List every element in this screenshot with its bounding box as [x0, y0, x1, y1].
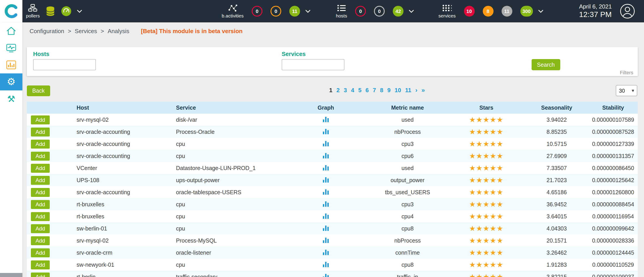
table-row: Addsrv-oracle-accountingcpu cpu3★★★★★10.…	[27, 138, 638, 150]
status-badge[interactable]: 0	[270, 6, 281, 16]
filters-caption: Filters	[620, 70, 633, 75]
metric-name-cell: nbProcess	[367, 126, 448, 138]
status-badge[interactable]: 10	[464, 6, 474, 16]
status-badge[interactable]: 0	[355, 6, 366, 16]
status-badge[interactable]: 0	[252, 6, 262, 16]
pagination-page[interactable]: 3	[344, 87, 347, 93]
pagination-page[interactable]: 9	[388, 87, 390, 93]
status-badge[interactable]: 11	[501, 6, 512, 16]
status-badge[interactable]: 8	[482, 6, 493, 16]
bar-chart-icon[interactable]	[322, 152, 329, 158]
hosts-item[interactable]: hosts	[336, 4, 347, 18]
status-badge[interactable]: 42	[393, 6, 404, 16]
chevron-down-icon[interactable]	[77, 10, 82, 13]
pagination-page[interactable]: 7	[373, 87, 376, 93]
add-button[interactable]: Add	[31, 127, 50, 136]
pagination-next-icon[interactable]: ›	[416, 86, 418, 93]
pagination-page[interactable]: 2	[336, 87, 340, 93]
pollers-item[interactable]: pollers	[26, 4, 40, 18]
add-button[interactable]: Add	[31, 151, 50, 160]
add-button[interactable]: Add	[31, 236, 50, 245]
add-button[interactable]: Add	[31, 272, 50, 277]
add-button[interactable]: Add	[31, 115, 50, 124]
services-filter-label: Services	[282, 50, 306, 57]
table-row: Addrt-bruxellescpu cpu4★★★★★3.640150.000…	[27, 210, 638, 222]
stability-cell: 0.000000099642	[588, 222, 638, 235]
table-body: Addsrv-mysql-02disk-/var used★★★★★3.9402…	[27, 114, 638, 277]
hosts-filter-input[interactable]	[33, 59, 96, 70]
bar-chart-icon[interactable]	[322, 140, 329, 146]
status-badge[interactable]: 11	[289, 6, 300, 16]
user-avatar[interactable]	[620, 3, 635, 19]
sidebar-item-configuration[interactable]: ⚙	[0, 73, 22, 90]
sidebar-item-reporting[interactable]	[0, 56, 22, 73]
breadcrumb-configuration[interactable]: Configuration	[30, 28, 64, 34]
services-filter-input[interactable]	[282, 59, 344, 70]
sidebar-item-monitoring[interactable]	[0, 39, 22, 56]
add-button[interactable]: Add	[31, 188, 50, 197]
bar-chart-icon[interactable]	[322, 128, 329, 134]
add-button[interactable]: Add	[31, 200, 50, 209]
services-item[interactable]: services	[438, 4, 456, 18]
add-button[interactable]: Add	[31, 260, 50, 269]
breadcrumb-separator: >	[68, 28, 71, 34]
chevron-down-icon[interactable]	[306, 10, 310, 13]
bar-chart-icon[interactable]	[322, 249, 329, 255]
add-button[interactable]: Add	[31, 164, 50, 173]
service-cell: ups-output-power	[172, 174, 284, 186]
stability-cell: 0.000000110529	[588, 259, 638, 271]
add-button[interactable]: Add	[31, 248, 50, 257]
table-row: Addsrv-oracle-crmoracle-listener connTim…	[27, 247, 638, 259]
stars-cell: ★★★★★	[448, 271, 525, 277]
pagination-page[interactable]: 4	[351, 87, 354, 93]
bar-chart-icon[interactable]	[322, 116, 329, 122]
status-badge[interactable]: 0	[374, 6, 385, 16]
bar-chart-icon[interactable]	[322, 237, 329, 243]
table-row: Addrt-berlintraffic-secondary traffic_in…	[27, 271, 638, 277]
search-button[interactable]: Search	[532, 59, 560, 70]
table-row: AddUPS-108ups-output-power output_power★…	[27, 174, 638, 186]
add-button[interactable]: Add	[31, 176, 50, 185]
bar-chart-icon[interactable]	[322, 213, 329, 219]
poller-latency-icon[interactable]	[61, 6, 72, 16]
add-button[interactable]: Add	[31, 224, 50, 233]
add-button[interactable]: Add	[31, 212, 50, 221]
bar-chart-icon[interactable]	[322, 189, 329, 194]
bar-chart-icon[interactable]	[322, 201, 329, 207]
centreon-c-icon	[4, 3, 19, 19]
pagination-page[interactable]: 1	[329, 87, 332, 93]
pagination-page[interactable]: 11	[405, 87, 411, 93]
bar-chart-icon[interactable]	[322, 164, 329, 170]
add-button[interactable]: Add	[31, 139, 50, 148]
pagination-page[interactable]: 6	[366, 87, 368, 93]
status-badge[interactable]: 300	[520, 6, 533, 16]
breadcrumb-services[interactable]: Services	[75, 28, 97, 34]
chevron-down-icon[interactable]	[409, 10, 414, 13]
centreon-logo[interactable]	[0, 0, 22, 22]
seasonality-cell: 27.6909	[525, 150, 588, 162]
host-cell: srv-oracle-accounting	[70, 186, 172, 198]
bactivities-item[interactable]: b.activities	[222, 4, 244, 18]
stars-cell: ★★★★★	[448, 247, 525, 259]
star-rating: ★★★★★	[469, 200, 504, 208]
sidebar: ⚙ ⚒	[0, 22, 22, 277]
poller-database-icon[interactable]	[46, 6, 55, 16]
bar-chart-icon[interactable]	[322, 273, 329, 277]
stability-cell: 0.000000087528	[588, 126, 638, 138]
pagination-page[interactable]: 10	[394, 87, 401, 93]
bar-chart-icon[interactable]	[322, 261, 329, 267]
sidebar-item-home[interactable]	[0, 22, 22, 39]
bar-chart-icon[interactable]	[322, 177, 329, 182]
pagination-last-icon[interactable]: »	[422, 86, 425, 93]
top-bar: pollers	[0, 0, 644, 22]
host-cell: rt-berlin	[70, 271, 172, 277]
chevron-down-icon[interactable]	[538, 10, 543, 13]
bar-chart-icon[interactable]	[322, 225, 329, 231]
pagination-page[interactable]: 5	[358, 87, 362, 93]
star-rating: ★★★★★	[469, 248, 504, 257]
graph-cell	[284, 271, 367, 277]
back-button[interactable]: Back	[27, 85, 50, 96]
page-size-select[interactable]: 30 ▼	[616, 85, 637, 96]
pagination-page[interactable]: 8	[380, 87, 383, 93]
sidebar-item-administration[interactable]: ⚒	[0, 90, 22, 107]
